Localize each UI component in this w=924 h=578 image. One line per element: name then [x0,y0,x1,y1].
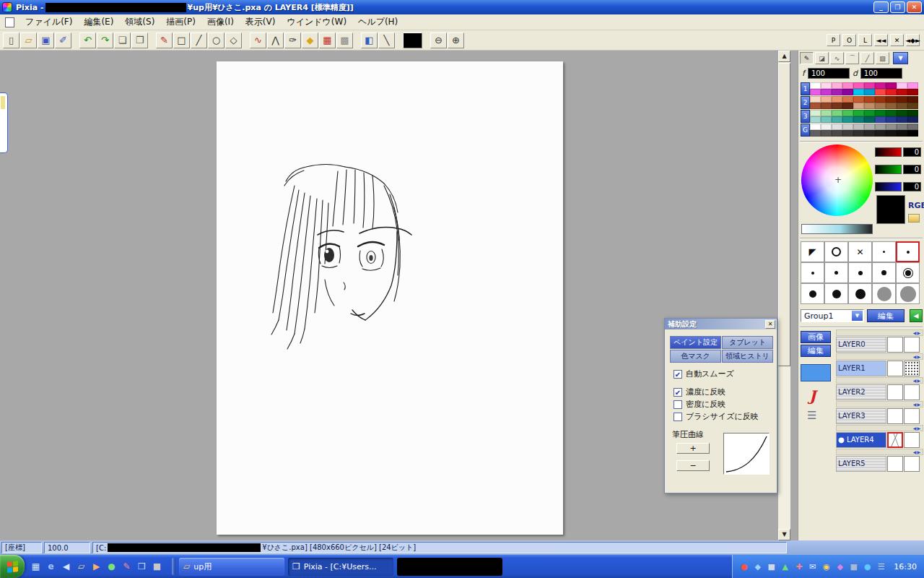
color-swatch[interactable] [907,82,918,89]
media-icon[interactable]: ▶ [90,561,103,573]
group-edit-button[interactable]: 編集 [867,309,905,322]
tool-dropdown-button[interactable]: ▼ [893,52,908,64]
color-swatch[interactable] [821,130,832,137]
blue-value[interactable]: 0 [903,182,921,191]
checkbox[interactable] [674,400,682,409]
color-swatch[interactable] [842,130,853,137]
panel-toggle-l[interactable]: L [858,34,872,46]
color-swatch[interactable] [907,89,918,95]
window-icon[interactable]: ❒ [136,561,148,573]
brush-tool-button[interactable]: ◪ [815,52,829,64]
color-swatch[interactable] [821,110,832,116]
color-swatch[interactable] [864,103,875,109]
text-tool-icon[interactable]: J [809,387,834,405]
menu-item-edit[interactable]: 編集(E) [78,14,119,30]
brush-shape-circle[interactable] [824,241,848,262]
menu-item-region[interactable]: 領域(S) [119,14,160,30]
rect-tool-button[interactable]: □ [173,33,190,48]
color-swatch[interactable] [897,110,907,116]
taskbar-window-1[interactable]: ❒Pixia - [C:¥Users... [288,558,393,576]
color-swatch[interactable] [832,116,842,123]
dock-left-button[interactable]: ◄◄ [874,34,888,46]
layer-thumb-blank[interactable] [887,384,903,400]
color-swatch[interactable] [897,89,907,95]
line-tool-button[interactable]: ╱ [191,33,207,48]
color-swatch[interactable] [853,116,864,123]
scroll-up-button[interactable]: ▲ [778,51,790,62]
update-icon[interactable]: ◉ [821,562,832,571]
layer-thumb-blank[interactable] [904,408,920,424]
start-button[interactable] [0,555,25,578]
group-select[interactable]: Group1 ▼ [801,309,864,322]
curve-tool-button[interactable]: ∿ [250,33,266,48]
color-swatch[interactable] [842,124,853,130]
zoom-in-tool-button[interactable]: ⊕ [448,33,464,48]
dialog-close-button[interactable]: ✕ [765,320,775,329]
pattern-tool-button[interactable]: ▦ [319,33,336,48]
pencil-icon[interactable]: ✎ [121,561,133,573]
layer-arrows-icon[interactable]: ◀▶ [913,402,923,407]
pen-tool-button[interactable]: ✎ [800,52,814,64]
blue-slider[interactable] [875,182,902,191]
brush-shape-arrow[interactable]: ◤ [801,241,824,262]
paste-button[interactable]: ❐ [131,33,148,48]
color-swatch[interactable] [853,103,864,109]
scroll-down-button[interactable]: ▼ [778,529,790,540]
messenger-icon[interactable]: ◆ [834,562,845,571]
gradient-tool-button[interactable]: ◧ [361,33,378,48]
layer-thumb-blank[interactable] [887,361,903,376]
color-swatch[interactable] [886,103,897,109]
aux-tab-3[interactable]: 領域ヒストリ [722,350,773,363]
color-swatch[interactable] [875,96,886,103]
color-swatch[interactable] [842,96,853,103]
color-swatch[interactable] [886,110,897,116]
color-swatch[interactable] [821,124,832,130]
dock-split-button[interactable]: ◄◆► [906,34,920,46]
color-swatch[interactable] [832,110,842,116]
brush-shape-dot[interactable] [824,283,848,304]
color-swatch[interactable] [886,116,897,123]
color-swatch[interactable] [832,124,842,130]
color-swatch[interactable] [864,89,875,95]
scrollbar-thumb[interactable] [778,63,790,366]
color-swatch[interactable] [821,96,832,103]
color-swatch[interactable] [907,116,918,123]
color-swatch[interactable] [853,96,864,103]
menu-item-image[interactable]: 画像(I) [201,14,240,30]
color-swatch[interactable] [842,103,853,109]
color-swatch[interactable] [875,116,886,123]
color-swatch[interactable] [864,124,875,130]
layer-row-layer2[interactable]: ◀▶LAYER2 [836,377,923,400]
layer-thumb-blank[interactable] [887,408,903,424]
color-swatch[interactable] [886,96,897,103]
layer-thumb-blank[interactable] [887,456,903,472]
arc-tool-button[interactable]: ⌒ [845,52,859,64]
color-swatch[interactable] [875,130,886,137]
color-swatch[interactable] [832,89,842,95]
network-icon[interactable]: ● [862,562,873,571]
save-file-button[interactable]: ▣ [38,33,54,48]
color-swatch[interactable] [810,82,821,89]
layer-list-icon[interactable]: ☰ [807,409,834,422]
ruler-pen-tool-button[interactable]: ╲ [378,33,395,48]
layer-thumb-blank[interactable] [904,432,920,448]
text-tool-button[interactable]: ✑ [284,33,301,48]
color-swatch[interactable] [875,89,886,95]
color-swatch[interactable] [886,124,897,130]
brush-shape-dot[interactable] [896,241,920,262]
brush-shape-dot[interactable] [896,283,920,304]
color-swatch[interactable] [864,96,875,103]
color-swatch[interactable] [907,124,918,130]
save-as-button[interactable]: ✐ [55,33,71,48]
color-swatch[interactable] [907,96,918,103]
color-swatch[interactable] [907,103,918,109]
curve-plus-button[interactable]: + [676,443,710,454]
layer-thumb-sketch[interactable] [887,432,903,448]
layer-row-layer4[interactable]: ◀▶● LAYER4 [836,425,923,448]
color-swatch[interactable] [897,130,907,137]
color-swatch[interactable] [875,103,886,109]
canvas[interactable] [217,61,563,535]
color-swatch[interactable] [810,96,821,103]
color-swatch[interactable] [821,116,832,123]
color-swatch[interactable] [853,130,864,137]
